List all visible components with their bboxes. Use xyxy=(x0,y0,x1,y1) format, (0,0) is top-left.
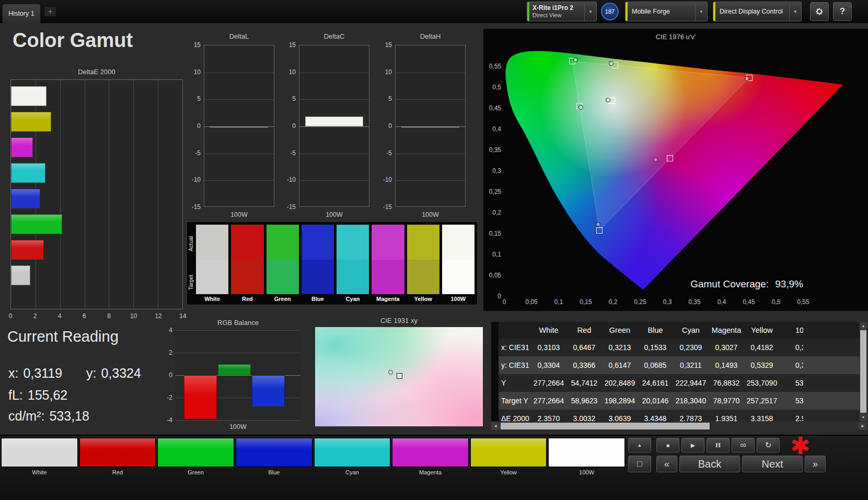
table-cell: 20,0146 xyxy=(638,392,673,410)
meter-accent-bar xyxy=(527,2,529,21)
patch-label: Yellow xyxy=(470,469,547,475)
scroll-down-icon[interactable]: ▼ xyxy=(860,413,867,421)
rgb-balance-title: RGB Balance xyxy=(176,319,300,327)
workflow-dropdown[interactable]: Mobile Forge ▼ xyxy=(625,2,708,21)
target-row-label: Target xyxy=(188,263,195,301)
patch-label: Blue xyxy=(236,469,313,475)
axis-tick-label: -5 xyxy=(376,149,392,157)
play-button[interactable]: ▶ xyxy=(681,438,704,452)
cie76-panel: CIE 1976 u'v' xyxy=(483,29,868,311)
reading-y: y: 0,3324 xyxy=(86,366,141,381)
table-cell: 257,2517 xyxy=(744,392,780,410)
patch-color xyxy=(314,438,391,467)
deltae-bar-blue xyxy=(11,189,40,208)
stop-button[interactable]: ■ xyxy=(656,438,679,452)
display-control-dropdown[interactable]: Direct Display Control ▼ xyxy=(713,2,802,21)
gridline xyxy=(396,180,465,181)
scroll-up-icon[interactable]: ▲ xyxy=(860,322,867,330)
delta-bar xyxy=(401,126,459,127)
target-swatch xyxy=(407,260,439,295)
chart-plot xyxy=(299,45,369,207)
chart-title: DeltaC xyxy=(299,32,369,40)
help-button[interactable]: ? xyxy=(833,2,852,21)
gridline xyxy=(204,73,274,73)
table-vertical-scrollbar[interactable]: ▲ ▼ xyxy=(860,322,867,421)
patch-label: Green xyxy=(157,469,234,475)
forward-page-button[interactable]: » xyxy=(805,456,826,472)
actual-swatch xyxy=(372,225,404,260)
levels-button[interactable]: H xyxy=(707,438,730,452)
table-row: y: CIE310,33040,33660,61470,06850,32110,… xyxy=(499,356,803,374)
compare-label: White xyxy=(196,296,228,304)
compare-column-100w xyxy=(442,225,474,294)
axis-tick-label: 0,5 xyxy=(772,298,781,306)
patch-color xyxy=(548,438,625,467)
table-horizontal-scrollbar[interactable]: ◄ ► xyxy=(491,422,867,430)
horizontal-scroll-thumb[interactable] xyxy=(501,423,710,429)
table-cell: 533,1800 xyxy=(780,392,803,410)
axis-tick-label: 0,2 xyxy=(609,298,618,306)
table-cell: 0,6467 xyxy=(566,339,602,356)
axis-tick-label: 0,15 xyxy=(580,298,592,306)
axis-tick-label: 2 xyxy=(33,312,37,320)
collapse-button[interactable]: ▲ xyxy=(628,438,651,452)
deltae-chart-title: DeltaE 2000 xyxy=(10,68,183,76)
next-button[interactable]: Next xyxy=(742,456,803,472)
actual-row-label: Actual xyxy=(188,225,195,262)
meter-dropdown[interactable]: X-Rite i1Pro 2 Direct View ▼ xyxy=(527,2,597,21)
target-swatch xyxy=(231,260,263,295)
next-label: Next xyxy=(761,458,783,470)
add-tab-button[interactable]: + xyxy=(44,6,56,17)
patch-button-100w[interactable]: 100W xyxy=(548,438,625,475)
table-row: x: CIE310,31030,64670,32130,15330,23090,… xyxy=(499,339,803,356)
column-header-cyan: Cyan xyxy=(673,322,709,339)
patch-button-blue[interactable]: Blue xyxy=(236,438,313,475)
patch-button-green[interactable]: Green xyxy=(157,438,234,475)
scroll-left-icon[interactable]: ◄ xyxy=(491,422,500,430)
patch-button-white[interactable]: White xyxy=(1,438,78,475)
vertical-scroll-thumb[interactable] xyxy=(860,330,866,413)
table-cell: 0,3119 xyxy=(780,339,803,356)
patch-button-yellow[interactable]: Yellow xyxy=(470,438,547,475)
target-swatch xyxy=(372,260,404,295)
delta-chart-deltac: DeltaC151050-5-10-15100W xyxy=(280,32,372,220)
axis-tick-label: -15 xyxy=(280,203,296,211)
window-pattern-button[interactable]: □ xyxy=(628,456,651,472)
row-header: Y xyxy=(499,374,531,392)
back-button[interactable]: Back xyxy=(679,456,740,472)
gamut-coverage: Gamut Coverage: 93,9% xyxy=(690,278,803,290)
settings-button[interactable] xyxy=(810,2,829,21)
axis-tick-label: 0,3 xyxy=(484,167,501,175)
scroll-right-icon[interactable]: ► xyxy=(859,422,867,430)
table-cell: 3,4348 xyxy=(638,410,673,421)
gridline xyxy=(396,154,465,154)
previous-page-button[interactable]: « xyxy=(656,456,677,472)
table-cell: 54,7412 xyxy=(566,374,602,392)
delta-chart-deltal: DeltaL151050-5-10-15100W xyxy=(185,32,276,220)
row-header: ΔE 2000 xyxy=(499,410,531,421)
patch-button-magenta[interactable]: Magenta xyxy=(392,438,469,475)
axis-tick-label: -5 xyxy=(185,149,201,157)
table-cell: 0,3366 xyxy=(566,356,602,374)
patch-button-cyan[interactable]: Cyan xyxy=(314,438,391,475)
tab-history-1[interactable]: History 1 xyxy=(2,4,41,23)
patch-label: White xyxy=(1,469,78,475)
compare-label: Cyan xyxy=(337,296,369,304)
reading-fl-value: 155,62 xyxy=(28,388,67,403)
axis-tick-label: 15 xyxy=(376,41,392,49)
fwd-arrow-icon: » xyxy=(813,459,818,470)
table-cell: 222,9447 xyxy=(673,374,709,392)
patch-button-red[interactable]: Red xyxy=(79,438,156,475)
meter-count-badge[interactable]: 187 xyxy=(601,3,619,20)
deltae-bar-red xyxy=(11,240,44,260)
cie76-diagram xyxy=(483,29,868,311)
continuous-read-button[interactable]: ∞ xyxy=(732,438,755,452)
refresh-button[interactable]: ↻ xyxy=(757,438,780,452)
gridline xyxy=(176,330,300,331)
badge-value: 187 xyxy=(605,8,615,15)
deltae-bar-white xyxy=(11,265,30,285)
compare-label: Red xyxy=(231,296,263,304)
axis-tick-label: 0,5 xyxy=(484,84,501,91)
table-cell: 0,3027 xyxy=(709,339,744,356)
target-marker-magenta xyxy=(667,155,673,161)
